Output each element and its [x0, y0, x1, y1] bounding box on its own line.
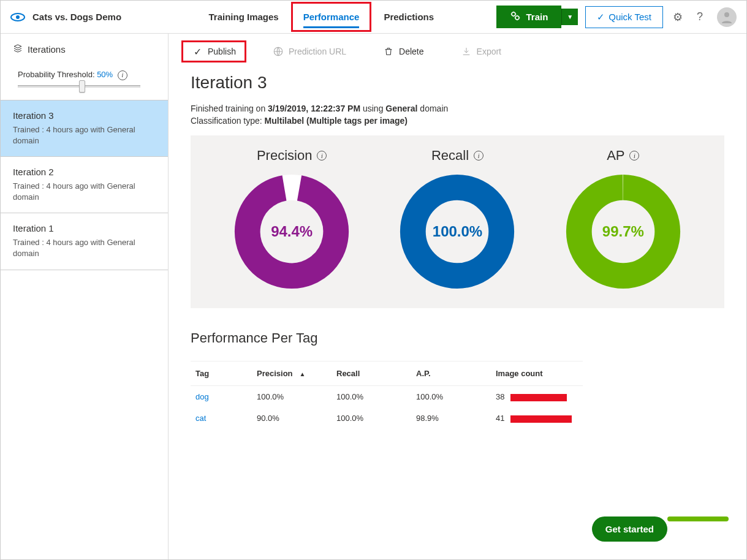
layers-icon: [13, 44, 23, 55]
cell-count: 38: [491, 386, 583, 408]
iteration-title: Iteration 3: [13, 110, 156, 121]
recall-value: 100.0%: [399, 173, 515, 290]
tab-predictions[interactable]: Predictions: [371, 2, 446, 32]
iteration-title: Iteration 2: [13, 167, 156, 177]
performance-table: Tag Precision ▲ Recall A.P. Image count …: [191, 361, 583, 429]
sort-up-icon: ▲: [299, 371, 305, 377]
iteration-item-3[interactable]: Iteration 3 Trained : 4 hours ago with G…: [1, 100, 168, 157]
iterations-label: Iterations: [28, 44, 66, 55]
info-icon[interactable]: i: [118, 70, 127, 80]
table-row: dog 100.0% 100.0% 100.0% 38: [191, 386, 583, 408]
get-started-widget: Get started: [592, 516, 729, 542]
recall-label: Recall: [431, 148, 469, 164]
user-avatar[interactable]: [717, 7, 737, 27]
threshold-label: Probability Threshold:: [18, 70, 95, 79]
quick-test-button[interactable]: ✓ Quick Test: [585, 6, 663, 28]
gears-icon: [510, 10, 521, 23]
train-dropdown-caret[interactable]: ▼: [561, 9, 578, 25]
iteration-sub: Trained : 4 hours ago with General domai…: [13, 124, 156, 146]
page-title: Iteration 3: [191, 73, 724, 93]
delete-button[interactable]: Delete: [374, 42, 432, 61]
train-button-label: Train: [526, 12, 548, 22]
ap-label: AP: [607, 148, 624, 164]
cell-ap: 98.9%: [411, 407, 491, 429]
cell-precision: 90.0%: [252, 407, 332, 429]
export-button: Export: [452, 42, 510, 61]
iteration-title: Iteration 1: [13, 223, 156, 233]
metrics-card: Precisioni 94.4% Recalli: [191, 135, 724, 308]
count-bar: [510, 415, 572, 423]
info-icon[interactable]: i: [629, 151, 639, 161]
col-tag[interactable]: Tag: [191, 361, 252, 386]
cell-ap: 100.0%: [411, 386, 491, 408]
tag-link-dog[interactable]: dog: [195, 392, 209, 401]
gear-icon: ⚙: [673, 10, 683, 24]
quick-test-label: Quick Test: [609, 12, 651, 22]
cell-recall: 100.0%: [332, 407, 411, 429]
get-started-button[interactable]: Get started: [592, 516, 667, 542]
iteration-item-1[interactable]: Iteration 1 Trained : 4 hours ago with G…: [1, 213, 168, 270]
table-row: cat 90.0% 100.0% 98.9% 41: [191, 407, 583, 429]
precision-value: 94.4%: [233, 173, 350, 290]
cell-recall: 100.0%: [332, 386, 411, 408]
customvision-logo-icon: [10, 10, 25, 25]
precision-metric: Precisioni 94.4%: [218, 148, 365, 290]
cell-precision: 100.0%: [252, 386, 332, 408]
ap-value: 99.7%: [565, 173, 681, 290]
tab-training-images[interactable]: Training Images: [196, 2, 290, 32]
iteration-sub: Trained : 4 hours ago with General domai…: [13, 181, 156, 203]
check-icon: ✓: [597, 12, 605, 23]
threshold-slider[interactable]: [18, 85, 140, 88]
iteration-item-2[interactable]: Iteration 2 Trained : 4 hours ago with G…: [1, 157, 168, 213]
svg-point-2: [512, 12, 515, 16]
check-icon: ✓: [192, 46, 203, 57]
slider-thumb[interactable]: [79, 80, 85, 93]
precision-label: Precision: [257, 148, 312, 164]
settings-button[interactable]: ⚙: [670, 10, 685, 25]
download-icon: [461, 46, 472, 57]
project-name: Cats vs. Dogs Demo: [32, 12, 121, 22]
info-icon[interactable]: i: [474, 151, 483, 161]
col-image-count[interactable]: Image count: [491, 361, 583, 386]
svg-point-4: [724, 12, 729, 17]
trash-icon: [383, 46, 394, 57]
cell-count: 41: [491, 407, 583, 429]
export-label: Export: [477, 47, 501, 56]
iteration-sub: Trained : 4 hours ago with General domai…: [13, 237, 156, 259]
col-recall[interactable]: Recall: [332, 361, 411, 386]
classification-type-line: Classification type: Multilabel (Multipl…: [191, 116, 724, 126]
publish-button[interactable]: ✓ Publish: [183, 42, 245, 61]
finished-training-line: Finished training on 3/19/2019, 12:22:37…: [191, 104, 724, 113]
train-button[interactable]: Train: [496, 6, 561, 28]
prediction-url-button: Prediction URL: [264, 42, 355, 61]
performance-per-tag-title: Performance Per Tag: [191, 330, 724, 346]
threshold-label-row: Probability Threshold: 50% i: [18, 70, 156, 80]
person-icon: [719, 10, 734, 25]
globe-icon: [273, 46, 284, 57]
iterations-header: Iterations: [1, 34, 168, 65]
prediction-url-label: Prediction URL: [289, 47, 346, 56]
publish-label: Publish: [208, 47, 236, 56]
col-ap[interactable]: A.P.: [411, 361, 491, 386]
info-icon[interactable]: i: [317, 151, 327, 161]
tag-link-cat[interactable]: cat: [195, 414, 206, 423]
recall-metric: Recalli 100.0%: [384, 148, 531, 290]
help-icon: ?: [697, 10, 703, 23]
count-bar: [510, 394, 567, 401]
ap-metric: APi 99.7%: [550, 148, 697, 290]
svg-point-1: [17, 16, 19, 18]
delete-label: Delete: [399, 47, 423, 56]
help-button[interactable]: ?: [692, 10, 707, 25]
svg-point-3: [515, 16, 519, 20]
col-precision[interactable]: Precision ▲: [252, 361, 332, 386]
progress-pill: [667, 516, 729, 521]
tab-performance[interactable]: Performance: [291, 2, 372, 32]
train-button-group: Train ▼: [496, 6, 578, 28]
threshold-value: 50%: [97, 70, 113, 79]
